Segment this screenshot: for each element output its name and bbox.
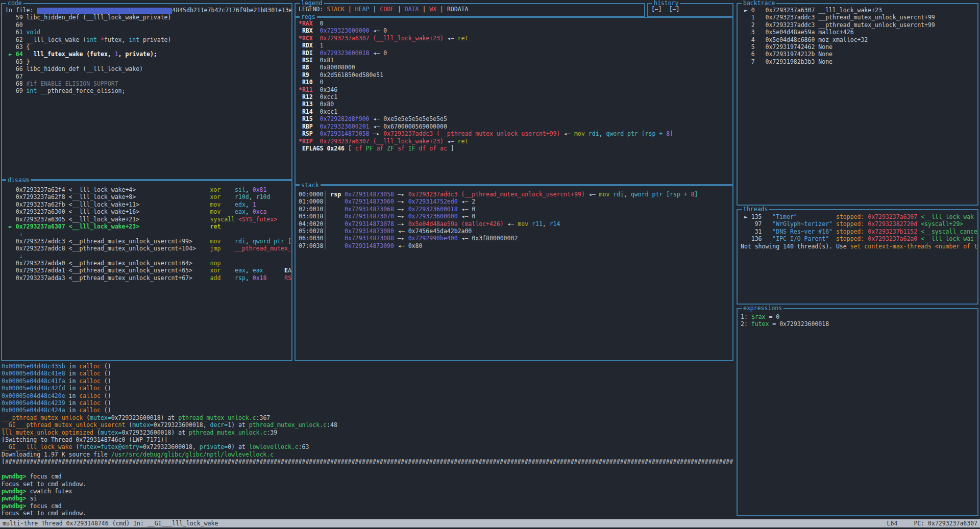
status-line-indicator: L64 — [887, 519, 898, 527]
terminal-line: 66 libc_hidden_def (__lll_lock_wake) — [5, 65, 291, 72]
status-pc-indicator: PC: 0x7293237a6307 — [914, 519, 977, 527]
terminal-line: 0x00005e04d48c42fd in calloc () — [2, 385, 733, 392]
status-right-group: L64PC: 0x7293237a6307 — [887, 519, 977, 527]
backtrace-panel: backtrace ► 0 0x7293237a6307 __lll_lock_… — [737, 3, 978, 206]
terminal-line: R13 0x80 — [299, 100, 732, 108]
terminal-line: In file: 4845db211e7b42c7176f9be21b8301e… — [5, 7, 291, 14]
terminal-line: ► 135 "Timer" stopped: 0x7293237a6307 <_… — [741, 213, 977, 220]
terminal-line: pwndbg> focus cmd — [2, 473, 733, 480]
terminal-line: 01:0008│ 0x729314873060 —▸ 0x729314752ed… — [299, 198, 732, 205]
history-button-gap — [662, 6, 669, 13]
terminal-line: __GI___pthread_mutex_unlock_usercnt (mut… — [2, 421, 733, 429]
terminal-line: RSP 0x729314873058 —▸ 0x7293237addc3 (__… — [299, 130, 732, 137]
terminal-line: R15 0x729282d8f900 ◂— 0xe5e5e5e5e5e5e5e5 — [299, 115, 732, 122]
terminal-line: RDI 0x729323600018 ◂— 0 — [299, 49, 732, 57]
terminal-line: R8 0x80008000 — [299, 64, 732, 71]
terminal-line: 1 0x7293237addc3 __pthread_mutex_unlock_… — [741, 14, 977, 21]
history-back-button[interactable]: [←] — [651, 6, 662, 13]
terminal-line: RBP 0x729323600201 ◂— 0x6700000569000000 — [299, 123, 732, 130]
terminal-line: 97 "WrGlyph~terizer" stopped: 0x72932382… — [741, 220, 977, 228]
terminal-line: 0x00005e04d48c41e8 in calloc () — [2, 370, 733, 377]
terminal-line: 0x00005e04d48c435b in calloc () — [2, 363, 733, 370]
registers-panel-body: *RAX 0 RBX 0x729323600000 ◂— 0*RCX 0x729… — [296, 18, 732, 184]
terminal-line: ↓ — [5, 230, 291, 237]
backtrace-panel-body: ► 0 0x7293237a6307 __lll_lock_wake+23 1 … — [738, 4, 977, 205]
registers-panel: regs *RAX 0 RBX 0x729323600000 ◂— 0*RCX … — [295, 17, 733, 185]
terminal-line: Focus set to cmd window. — [2, 510, 733, 517]
expressions-panel-body: 1: $rax = 02: futex = 0x729323600018 — [738, 309, 977, 515]
terminal-line: 63 { — [5, 43, 291, 51]
terminal-line: pwndbg> cwatch futex — [2, 488, 733, 495]
terminal-line: Downloading 1.97 K source file /usr/src/… — [2, 451, 733, 458]
terminal-line: *R11 0x346 — [299, 86, 732, 93]
history-forward-button[interactable]: [→] — [669, 6, 680, 13]
terminal-line: *RCX 0x7293237a6307 (__lll_lock_wake+23)… — [299, 35, 732, 42]
terminal-line: ► 0 0x7293237a6307 __lll_lock_wake+23 — [741, 7, 977, 14]
terminal-line: 07:0038│ 0x729314873090 ◂— 0x80 — [299, 242, 732, 249]
code-panel-body: In file: 4845db211e7b42c7176f9be21b8301e… — [2, 4, 291, 179]
terminal-line: Focus set to cmd window. — [2, 481, 733, 488]
terminal-line: RSI 0x81 — [299, 57, 732, 64]
status-bar: multi-thre Thread 0x7293148746 (cmd) In:… — [0, 519, 980, 527]
terminal-line: 65 } — [5, 58, 291, 65]
history-panel: history [←] [→] — [647, 3, 733, 17]
terminal-line: *RAX 0 — [299, 20, 732, 27]
terminal-line: 7 0x72931982b3b3 None — [741, 58, 977, 65]
terminal-line: 03:0018│ 0x729314873070 —▸ 0x72932360000… — [299, 213, 732, 220]
terminal-line: Not showing 140 thread(s). Use set conte… — [741, 243, 977, 250]
terminal-line: 0x7293237a62f8 <__lll_lock_wake+8> xor r… — [5, 193, 291, 200]
disassembly-panel: disasm 0x7293237a62f4 <__lll_lock_wake+4… — [1, 180, 292, 361]
terminal-line — [2, 466, 733, 473]
status-left-text: multi-thre Thread 0x7293148746 (cmd) In:… — [3, 519, 218, 527]
threads-panel: threads ► 135 "Timer" stopped: 0x7293237… — [737, 209, 978, 305]
terminal-line: 1: $rax = 0 — [741, 313, 977, 320]
terminal-line: 61 void — [5, 29, 291, 36]
terminal-line: 0x00005e04d48c41fa in calloc () — [2, 377, 733, 385]
terminal-line: *RIP 0x7293237a6307 (__lll_lock_wake+23)… — [299, 138, 732, 145]
terminal-line: pwndbg> si — [2, 495, 733, 502]
terminal-line: 6 0x72931974212b None — [741, 51, 977, 58]
terminal-line: [Switching to Thread 0x7293148746c0 (LWP… — [2, 436, 733, 443]
terminal-line: RDX 1 — [299, 42, 732, 49]
terminal-line: 0x7293237addc3 <__pthread_mutex_unlock_u… — [5, 238, 291, 245]
terminal-line: 2 0x7293237addc3 __pthread_mutex_unlock_… — [741, 21, 977, 29]
terminal-line: 69 int __pthread_force_elision; — [5, 87, 291, 94]
terminal-line: 5 0x729319742462 None — [741, 43, 977, 51]
terminal-line: 05:0028│ 0x729314873080 ◂— 0x7456e45da42… — [299, 228, 732, 235]
terminal-line: pwndbg> focus cmd — [2, 502, 733, 510]
terminal-line: 2: futex = 0x729323600018 — [741, 320, 977, 328]
terminal-line: 02:0010│ 0x729314873068 —▸ 0x72932360001… — [299, 206, 732, 213]
legend-panel-body: LEGEND: STACK | HEAP | CODE | DATA | WX … — [296, 4, 644, 16]
terminal-line: R12 0xcc1 — [299, 93, 732, 100]
terminal-line: pwndbg> — [2, 517, 733, 518]
legend-panel: legend LEGEND: STACK | HEAP | CODE | DAT… — [295, 3, 645, 17]
terminal-line: lll_mutex_unlock_optimized (mutex=0x7293… — [2, 429, 733, 436]
terminal-line: 00:0000│ rsp 0x729314873058 —▸ 0x7293237… — [299, 191, 732, 198]
terminal-line: EFLAGS 0x246 [ cf PF af ZF sf IF df of a… — [299, 145, 732, 152]
terminal-line: RBX 0x729323600000 ◂— 0 — [299, 27, 732, 34]
terminal-line: ► 0x7293237a6307 <__lll_lock_wake+23> re… — [5, 223, 291, 230]
terminal-line: 0x00005e04d48c420e in calloc () — [2, 392, 733, 399]
terminal-line: 68 #if ENABLE_ELISION_SUPPORT — [5, 80, 291, 87]
terminal-line: 06:0030│ 0x729314873088 —▸ 0x7292990be40… — [299, 235, 732, 242]
terminal-line: 0x7293237adda0 <__pthread_mutex_unlock_u… — [5, 260, 291, 267]
terminal-line: 0x7293237a6300 <__lll_lock_wake+16> mov … — [5, 208, 291, 215]
threads-panel-body: ► 135 "Timer" stopped: 0x7293237a6307 <_… — [738, 210, 977, 304]
history-panel-body: [←] [→] — [648, 4, 732, 16]
terminal-line: 136 "IPC I/O Parent" stopped: 0x7293237a… — [741, 235, 977, 242]
code-panel: code In file: 4845db211e7b42c7176f9be21b… — [1, 3, 292, 180]
cmd-output[interactable]: 0x00005e04d48c435b in calloc ()0x00005e0… — [2, 363, 733, 518]
terminal-line: R9 0x2d561850ed580e51 — [299, 71, 732, 79]
stack-panel-body: 00:0000│ rsp 0x729314873058 —▸ 0x7293237… — [296, 186, 732, 360]
terminal-line: 04:0020│ 0x729314873078 —▸ 0x5e04d48ae59… — [299, 220, 732, 228]
terminal-line: 0x7293237a62fb <__lll_lock_wake+11> mov … — [5, 201, 291, 208]
expressions-panel: expressions 1: $rax = 02: futex = 0x7293… — [737, 308, 978, 516]
terminal-line: ___pthread_mutex_unlock (mutex=0x7293236… — [2, 414, 733, 421]
terminal-line: __GI___lll_lock_wake (futex=futex@entry=… — [2, 443, 733, 450]
terminal-line: ► 64 lll_futex_wake (futex, 1, private); — [5, 51, 291, 58]
terminal-line: 59 libc_hidden_def (__lll_lock_wake_priv… — [5, 14, 291, 21]
terminal-line: 4 0x5e04d48c6860 moz_xmalloc+32 — [741, 36, 977, 43]
terminal-line: 0x00005e04d48c424a in calloc () — [2, 407, 733, 414]
terminal-line: 0x7293237addc8 <__pthread_mutex_unlock_u… — [5, 245, 291, 252]
disassembly-panel-body: 0x7293237a62f4 <__lll_lock_wake+4> xor s… — [2, 181, 291, 360]
